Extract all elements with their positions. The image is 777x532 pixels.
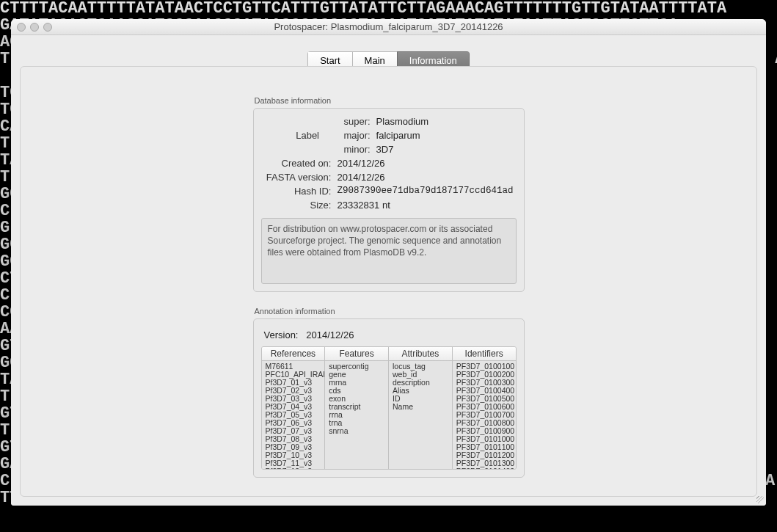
resize-grip-icon[interactable] <box>754 494 765 504</box>
super-value: Plasmodium <box>373 114 517 128</box>
minor-label: minor: <box>322 142 373 156</box>
size-label: Size: <box>261 198 335 212</box>
window-titlebar[interactable]: Protospacer: Plasmodium_falciparum_3D7_2… <box>11 19 766 35</box>
features-header[interactable]: Features <box>325 347 388 361</box>
tab-bar: Start Main Information <box>11 35 766 70</box>
label-caption <box>261 114 323 128</box>
size-value: 23332831 nt <box>334 198 516 212</box>
description-textbox[interactable]: For distribution on www.protospacer.com … <box>261 218 517 284</box>
super-label: super: <box>322 114 373 128</box>
annotation-info-group: Annotation information Version: 2014/12/… <box>253 307 525 478</box>
identifiers-list[interactable]: PF3D7_0100100 PF3D7_0100200 PF3D7_010030… <box>453 361 516 469</box>
database-info-title: Database information <box>253 96 525 108</box>
major-label: major: <box>322 128 373 142</box>
features-list[interactable]: supercontig gene mrna cds exon transcrip… <box>325 361 388 469</box>
database-info-group: Database information super: Plasmodium L… <box>253 96 525 292</box>
major-value: falciparum <box>373 128 517 142</box>
inner-panel: Database information super: Plasmodium L… <box>20 66 757 497</box>
references-header[interactable]: References <box>262 347 325 361</box>
identifiers-column: Identifiers PF3D7_0100100 PF3D7_0100200 … <box>453 347 516 469</box>
identifiers-header[interactable]: Identifiers <box>453 347 516 361</box>
annotation-info-title: Annotation information <box>253 307 525 318</box>
hash-id-label: Hash ID: <box>261 184 335 198</box>
created-on-value: 2014/12/26 <box>334 156 516 170</box>
app-window: Protospacer: Plasmodium_falciparum_3D7_2… <box>11 19 766 506</box>
hash-id-value: Z9087390ee71dba79d187177ccd641ad <box>334 184 516 198</box>
features-column: Features supercontig gene mrna cds exon … <box>325 347 389 469</box>
attributes-column: Attributes locus_tag web_id description … <box>389 347 453 469</box>
content-area: Database information super: Plasmodium L… <box>11 35 766 506</box>
references-column: References M76611 PFC10_API_IRAB Pf3D7_0… <box>262 347 326 469</box>
annotation-version-label: Version: <box>264 329 299 340</box>
references-list[interactable]: M76611 PFC10_API_IRAB Pf3D7_01_v3 Pf3D7_… <box>262 361 325 469</box>
fasta-version-label: FASTA version: <box>261 170 335 184</box>
created-on-label: Created on: <box>261 156 335 170</box>
fasta-version-value: 2014/12/26 <box>334 170 516 184</box>
attributes-header[interactable]: Attributes <box>389 347 452 361</box>
annotation-columns: References M76611 PFC10_API_IRAB Pf3D7_0… <box>261 346 517 470</box>
annotation-version-value: 2014/12/26 <box>306 329 354 340</box>
minor-value: 3D7 <box>373 142 517 156</box>
window-title: Protospacer: Plasmodium_falciparum_3D7_2… <box>11 21 766 32</box>
label-caption-text: Label <box>261 128 323 142</box>
attributes-list[interactable]: locus_tag web_id description Alias ID Na… <box>389 361 452 469</box>
